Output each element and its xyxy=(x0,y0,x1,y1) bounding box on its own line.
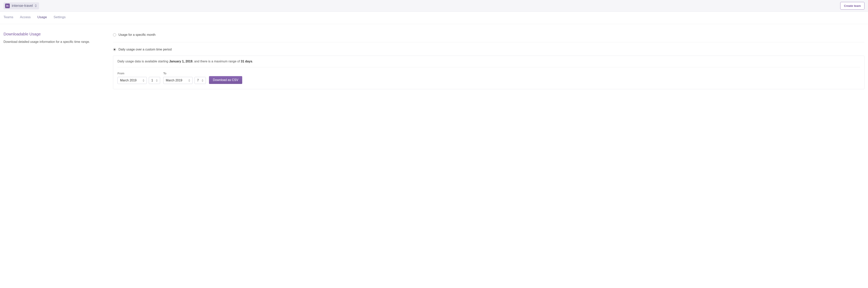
to-month-value: March 2019 xyxy=(166,79,182,82)
radio-checked-icon xyxy=(113,48,116,51)
project-name: intense-travel xyxy=(12,4,33,8)
updown-icon xyxy=(156,80,158,82)
updown-icon xyxy=(35,4,37,7)
option-daily[interactable]: Daily usage over a custom time period xyxy=(113,47,865,52)
updown-icon xyxy=(202,80,203,82)
tab-access[interactable]: Access xyxy=(20,15,31,19)
section-description: Download detailed usage information for … xyxy=(3,39,105,44)
from-label: From xyxy=(118,71,160,75)
option-monthly-label: Usage for a specific month xyxy=(119,33,155,36)
radio-icon xyxy=(113,33,116,36)
from-group: From March 2019 1 xyxy=(118,71,160,84)
to-label: To xyxy=(163,71,206,75)
section-main: Usage for a specific month Daily usage o… xyxy=(113,32,865,89)
tab-settings[interactable]: Settings xyxy=(54,15,65,19)
date-selects-row: From March 2019 1 xyxy=(118,71,860,84)
tab-teams[interactable]: Teams xyxy=(3,15,13,19)
panel-divider xyxy=(118,67,860,67)
section-sidebar: Downloadable Usage Download detailed usa… xyxy=(3,32,105,44)
project-selector[interactable]: In intense-travel xyxy=(3,2,39,9)
tab-usage[interactable]: Usage xyxy=(37,15,47,19)
to-day-select[interactable]: 7 xyxy=(194,77,206,84)
option-daily-label: Daily usage over a custom time period xyxy=(119,48,172,51)
download-csv-button[interactable]: Download as CSV xyxy=(209,76,242,84)
daily-usage-panel: Daily usage data is available starting J… xyxy=(113,56,865,89)
to-group: To March 2019 7 xyxy=(163,71,206,84)
help-text: Daily usage data is available starting J… xyxy=(118,60,860,63)
project-badge-icon: In xyxy=(5,3,10,8)
from-day-select[interactable]: 1 xyxy=(149,77,160,84)
to-month-select[interactable]: March 2019 xyxy=(163,77,192,84)
from-month-value: March 2019 xyxy=(120,79,137,82)
top-bar: In intense-travel Create team xyxy=(0,0,868,12)
updown-icon xyxy=(143,80,144,82)
from-month-select[interactable]: March 2019 xyxy=(118,77,147,84)
tabs-nav: Teams Access Usage Settings xyxy=(0,12,868,24)
from-day-value: 1 xyxy=(151,79,153,82)
create-team-button[interactable]: Create team xyxy=(840,2,865,9)
content-area: Downloadable Usage Download detailed usa… xyxy=(0,24,868,97)
to-day-value: 7 xyxy=(197,79,199,82)
section-title: Downloadable Usage xyxy=(3,32,105,36)
updown-icon xyxy=(188,80,190,82)
option-monthly[interactable]: Usage for a specific month xyxy=(113,32,865,38)
